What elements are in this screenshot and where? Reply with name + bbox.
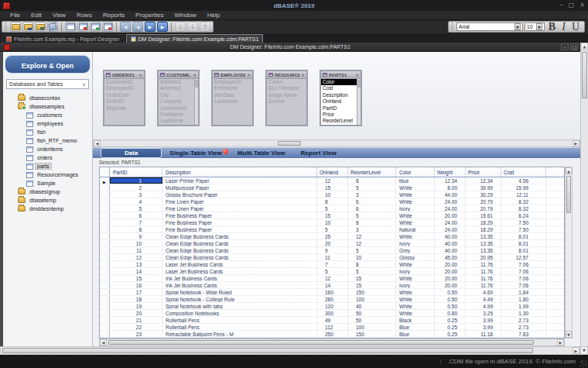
scrollbar-thumb[interactable] <box>278 141 301 146</box>
cell-partid[interactable]: 2 <box>110 184 162 191</box>
cell-price[interactable]: 3.99 <box>466 324 501 330</box>
delete-row-icon[interactable] <box>77 22 88 32</box>
cell-price[interactable]: 18.29 <box>466 226 501 232</box>
cell-reorderlevel[interactable]: 8 <box>348 177 396 184</box>
cell-reorderlevel[interactable]: 6 <box>348 205 396 212</box>
table-row[interactable]: 10Clean Edge Business Cards2012Ivory40.0… <box>100 240 564 247</box>
close-icon[interactable]: × <box>193 72 197 77</box>
cell-price[interactable]: 3.25 <box>466 310 501 316</box>
tree-expander-icon[interactable]: − <box>0 104 1 109</box>
cell-description[interactable]: Composition Notebooks <box>162 310 317 316</box>
scroll-left-icon[interactable]: ◀ <box>94 140 101 146</box>
cell-reorderlevel[interactable]: 8 <box>348 219 396 225</box>
cell-weight[interactable]: 40.00 <box>435 240 466 246</box>
grid-vscrollbar[interactable]: ▲ ▼ <box>565 167 573 339</box>
cell-description[interactable]: Fine Linen Paper <box>162 198 317 205</box>
cell-description[interactable]: Fine Business Paper <box>162 212 317 218</box>
cell-weight[interactable]: 40.00 <box>435 233 466 239</box>
cell-cost[interactable]: 8.01 <box>501 247 546 253</box>
diagram-box-orders1[interactable]: ORDERS1 × CustomerIDEmployeeIDOrderDateO… <box>103 70 145 126</box>
cell-cost[interactable]: 7.06 <box>501 275 546 281</box>
cell-cost[interactable]: 7.83 <box>501 331 546 337</box>
table-row[interactable]: 4Fine Linen Paper86White24.0020.798.32 <box>100 198 564 205</box>
cell-partid[interactable]: 6 <box>110 212 162 218</box>
table-row[interactable]: 6Fine Business Paper155White20.0015.616.… <box>100 212 564 219</box>
cell-description[interactable]: Ink Jet Business Cards <box>162 275 317 281</box>
cell-reorderlevel[interactable]: 50 <box>348 317 396 323</box>
cell-color[interactable]: White <box>396 303 435 309</box>
cell-onhand[interactable]: 250 <box>317 331 348 337</box>
cell-weight[interactable]: 0.25 <box>435 331 466 337</box>
cell-description[interactable]: Clean Edge Business Cards <box>162 247 317 253</box>
cell-partid[interactable]: 4 <box>110 198 162 205</box>
cell-cost[interactable]: 1.30 <box>501 310 546 316</box>
field-item[interactable]: CustomerID <box>104 79 144 85</box>
field-item[interactable]: Address2 <box>159 85 198 91</box>
cell-onhand[interactable]: 15 <box>317 184 348 191</box>
cell-color[interactable]: Black <box>396 317 435 323</box>
tree-item-employees[interactable]: employees <box>3 119 92 128</box>
field-item[interactable]: ShipDate <box>104 105 144 112</box>
cell-onhand[interactable]: 15 <box>317 212 348 218</box>
diagram-hscrollbar[interactable]: ◀ ▶ <box>93 139 580 147</box>
cell-color[interactable]: White <box>396 296 435 302</box>
outer-hscrollbar[interactable]: ▶ <box>0 346 580 355</box>
table-row[interactable]: 14Laser Jet Business Cards55Ivory20.0011… <box>100 268 564 275</box>
cell-partid[interactable]: 3 <box>110 191 162 198</box>
cell-weight[interactable]: 45.00 <box>435 254 466 260</box>
tree-item-parts[interactable]: parts <box>3 162 92 170</box>
scroll-left-icon[interactable]: ◀ <box>100 339 107 346</box>
cell-weight[interactable]: 0.50 <box>435 296 466 302</box>
field-item[interactable]: Image Name <box>267 92 306 98</box>
tree-item-dbasecontax[interactable]: dbasecontax <box>3 94 92 102</box>
cell-cost[interactable]: 2.73 <box>501 324 546 330</box>
cell-partid[interactable]: 11 <box>110 247 162 253</box>
column-header-description[interactable]: Description <box>162 167 317 177</box>
cell-reorderlevel[interactable]: 5 <box>348 268 396 274</box>
field-item[interactable]: Company <box>159 98 198 105</box>
cell-cost[interactable]: 8.32 <box>501 205 546 212</box>
field-item[interactable]: EmployeeID <box>213 79 252 85</box>
field-item[interactable]: Price <box>321 112 361 118</box>
field-item[interactable]: OrderID <box>104 98 144 105</box>
cell-color[interactable]: Ivory <box>396 268 435 274</box>
table-row[interactable]: 8Fine Business Paper53Natural24.0018.297… <box>100 226 564 233</box>
cell-price[interactable]: 20.79 <box>466 205 501 212</box>
cell-description[interactable]: Spiral Notebook - College Rule <box>162 296 317 302</box>
menu-item-view[interactable]: View <box>47 12 71 19</box>
view-tab-single-table-view[interactable]: Single-Table View <box>162 150 229 156</box>
scroll-right-icon[interactable]: ▶ <box>573 347 579 354</box>
cell-color[interactable]: Ivory <box>396 205 435 212</box>
diagram-box-header[interactable]: PARTS1 × <box>321 71 361 79</box>
cell-color[interactable]: White <box>396 198 435 205</box>
field-item[interactable]: ReorderLevel <box>321 118 361 124</box>
cell-partid[interactable]: 5 <box>110 205 162 212</box>
cell-reorderlevel[interactable]: 12 <box>348 240 396 246</box>
column-header-reorderlevel[interactable]: ReorderLevel <box>348 167 396 177</box>
field-item[interactable]: Color <box>321 79 361 85</box>
table-row[interactable]: 5Fine Linen Paper56Ivory24.0020.798.32 <box>100 205 564 212</box>
column-header-color[interactable]: Color <box>396 167 435 177</box>
cell-color[interactable]: White <box>396 191 435 198</box>
cell-onhand[interactable]: 10 <box>317 219 348 225</box>
nav-last-icon[interactable] <box>157 22 168 32</box>
cell-description[interactable]: Clean Edge Business Cards <box>162 233 317 239</box>
cell-onhand[interactable]: 120 <box>317 303 348 309</box>
mdi-restore-icon[interactable]: □ <box>570 43 578 50</box>
table-row[interactable]: 21Rollerball Pens4950Black0.253.992.73 <box>100 317 564 324</box>
cell-onhand[interactable]: 20 <box>317 240 348 246</box>
cell-color[interactable]: White <box>396 289 435 295</box>
table-row[interactable]: 15Ink Jet Business Cards1215White20.0011… <box>100 275 564 282</box>
cell-onhand[interactable]: 14 <box>317 282 348 288</box>
cell-weight[interactable]: 0.25 <box>435 317 466 323</box>
cell-partid[interactable]: 10 <box>110 240 162 246</box>
cell-color[interactable]: Glossy <box>396 254 435 260</box>
close-icon[interactable]: × <box>579 2 585 9</box>
cell-cost[interactable]: 12.57 <box>501 254 546 260</box>
cell-price[interactable]: 3.99 <box>466 317 501 323</box>
cell-weight[interactable]: 20.00 <box>435 282 466 288</box>
cell-description[interactable]: Rollerball Pens <box>162 317 317 323</box>
cell-reorderlevel[interactable]: 5 <box>348 247 396 253</box>
cell-weight[interactable]: 24.00 <box>435 198 466 205</box>
cell-price[interactable]: 11.76 <box>466 275 501 281</box>
